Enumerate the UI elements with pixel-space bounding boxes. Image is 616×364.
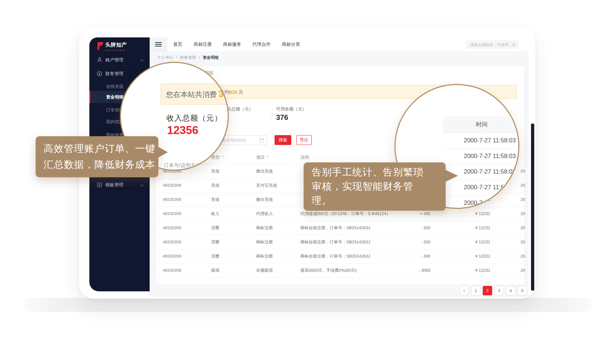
cell-amount: - 300	[389, 235, 430, 249]
finance-icon	[97, 71, 102, 77]
breadcrumb-item[interactable]: 资金明细	[203, 55, 219, 60]
stat-label: 可用余额（元）	[276, 106, 307, 112]
magnified-banner-prefix: 您在本站共消费	[166, 90, 217, 98]
callout-text-line: 理。	[312, 194, 446, 208]
pagination-page-2[interactable]: 2	[483, 286, 492, 295]
sidebar-item-账户管理[interactable]: 账户管理	[89, 56, 150, 64]
trademark-search-input[interactable]	[467, 40, 519, 49]
flag-p-icon	[97, 42, 104, 52]
cell-type: 收入	[211, 207, 219, 221]
user-icon	[97, 57, 102, 63]
menu-toggle[interactable]	[150, 37, 167, 52]
breadcrumb-separator: >	[198, 55, 200, 60]
sidebar-item-模板管理[interactable]: 模板管理	[89, 181, 150, 189]
cell-time: 2000-7-27 11:58:03	[520, 193, 525, 207]
callout-text-line: 告别手工统计、告别繁琐	[312, 165, 446, 179]
column-header-项目[interactable]: 项目	[256, 151, 269, 164]
cell-description: 提现3000元，手续费2%(60元)	[300, 263, 357, 278]
cell-type: 消费	[211, 249, 219, 263]
pagination: <12345	[459, 286, 527, 295]
cell-description: 商标自助注册，订单号：SB2514263J	[300, 221, 370, 235]
magnified-time-value: 2000-7-27 11:58:03	[464, 153, 518, 159]
marketing-composite: 头牌知产 账户管理财务管理在线充值资金明细订单管理我的优惠券我的发票模板管理 首…	[0, 0, 616, 364]
cell-time: 2000-7-27 11:58:03	[520, 207, 525, 221]
pagination-page-5[interactable]: 5	[518, 286, 527, 295]
nav-link-商标注册[interactable]: 商标注册	[194, 37, 212, 52]
cell-order-no: 48330268	[163, 193, 181, 207]
cell-balance: ¥ 12231	[454, 249, 490, 263]
table-row: 48330268消费商标注册商标自助注册，订单号：SB2514263J- 300…	[156, 221, 524, 235]
cell-amount: - 300	[389, 249, 430, 263]
table-row: 48330268提现余额提现提现3000元，手续费2%(60元)- 3060¥ …	[156, 263, 524, 278]
brand-tagline	[105, 50, 126, 51]
sidebar-item-label: 模板管理	[105, 181, 123, 189]
cell-time: 2000-7-27 11:58:03	[520, 235, 525, 249]
scrollbar-thumb[interactable]	[531, 124, 534, 291]
cell-project: 微信充值	[256, 193, 273, 207]
sidebar-item-label: 账户管理	[105, 56, 123, 64]
pagination-page-1[interactable]: 1	[471, 286, 481, 295]
banner-amount-2: 820	[230, 89, 238, 95]
callout-left: 高效管理账户订单、一键汇总数据，降低财务成本	[36, 136, 158, 177]
chevron-down-icon	[140, 183, 144, 187]
callout-text-line: 审核，实现智能财务管	[312, 179, 446, 194]
laptop-base	[23, 298, 593, 312]
cell-type: 消费	[211, 235, 219, 249]
cell-amount: - 300	[389, 221, 430, 235]
cell-type: 充值	[211, 193, 219, 207]
sidebar-item-label: 财务管理	[105, 70, 123, 77]
menu-icon	[155, 42, 162, 43]
nav-link-商标分类[interactable]: 商标分类	[282, 37, 300, 52]
magnified-income-value: 12356	[167, 124, 198, 137]
breadcrumb-item[interactable]: 财务管理	[180, 55, 196, 60]
calendar-icon	[259, 138, 264, 143]
callout-right: 告别手工统计、告别繁琐审核，实现智能财务管理。	[304, 162, 446, 211]
stat-value: 376	[276, 113, 288, 122]
pagination-page-4[interactable]: 4	[506, 286, 515, 295]
sort-caret-icon	[222, 156, 224, 158]
cell-time: 2000-7-27 11:58:03	[520, 221, 525, 235]
cell-project: 余额提现	[256, 263, 273, 278]
banner-unit: 元	[238, 89, 243, 95]
brand-name: 头牌知产	[105, 42, 127, 48]
cell-type: 消费	[211, 221, 219, 235]
nav-link-代理合作[interactable]: 代理合作	[252, 37, 271, 52]
template-icon	[97, 182, 102, 188]
row-separator	[443, 149, 518, 149]
cell-time: 2000-7-27 11:58:03	[520, 249, 525, 263]
magnified-time-value: 2000-7-27 11:58:03	[464, 137, 518, 144]
cell-time: 2000-7-27 11:58:03	[520, 178, 525, 193]
cell-project: 商标注册	[256, 221, 273, 235]
cell-order-no: 48330268	[163, 235, 181, 249]
cell-project: 商标注册	[256, 235, 273, 249]
nav-link-首页[interactable]: 首页	[173, 37, 182, 52]
breadcrumb-separator: >	[175, 55, 178, 60]
pagination-prev-button[interactable]: <	[459, 286, 469, 295]
callout-left-arrow	[157, 146, 168, 158]
cell-project: 支付宝充值	[256, 178, 277, 193]
magnified-time-header: 时间	[443, 116, 519, 133]
cell-balance: ¥ 12231	[454, 263, 490, 278]
sort-caret-icon	[267, 156, 269, 158]
top-navbar: 首页商标注册商标服务代理合作商标分类	[150, 37, 528, 52]
cell-type: 提现	[211, 263, 219, 278]
magnified-time-value: 2000-7-27 11:58:03	[464, 168, 518, 175]
breadcrumb-item[interactable]: 个人中心	[157, 55, 173, 60]
magnified-income-label: 收入总额（元）	[166, 113, 222, 123]
stat-divider	[272, 107, 272, 122]
search-button[interactable]: 搜索	[275, 135, 291, 145]
cell-project: 代理收入	[256, 207, 273, 221]
cell-project: 微信充值	[256, 164, 273, 178]
chevron-down-icon	[140, 58, 144, 62]
export-button[interactable]: 导出	[296, 135, 312, 145]
callout-right-arrow	[444, 169, 458, 182]
cell-time: 2000-7-27 11:58:03	[520, 164, 525, 178]
brand-logo[interactable]: 头牌知产	[97, 42, 127, 52]
callout-text-line: 高效管理账户订单、一键	[44, 141, 158, 157]
pagination-page-3[interactable]: 3	[494, 286, 504, 295]
cell-order-no: 48330268	[163, 207, 181, 221]
nav-link-商标服务[interactable]: 商标服务	[223, 37, 241, 52]
cell-balance: ¥ 12231	[454, 235, 490, 249]
cell-project: 商标注册	[256, 249, 273, 263]
cell-order-no: 48330268	[163, 263, 181, 278]
